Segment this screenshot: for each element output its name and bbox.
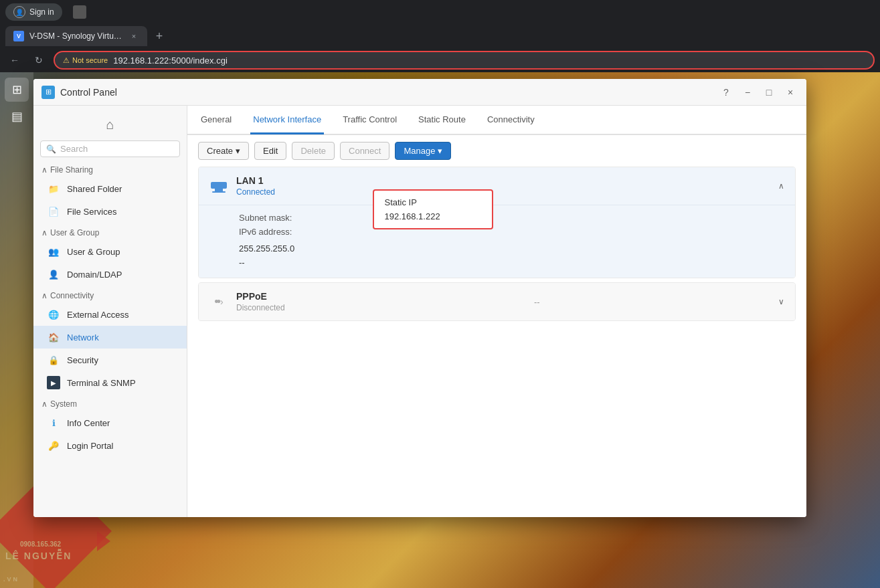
- tab-close-button[interactable]: ×: [128, 31, 139, 41]
- cp-body: ⌂ 🔍 Search ∧ File Sharing 📁 Shared Folde…: [33, 106, 806, 517]
- tab-network-interface[interactable]: Network Interface: [250, 106, 324, 134]
- system-section-label: System: [50, 399, 77, 409]
- create-dropdown-icon: ▾: [236, 146, 240, 156]
- lan1-header[interactable]: LAN 1 Connected ∧: [199, 167, 795, 205]
- manage-button[interactable]: Manage ▾: [395, 142, 451, 160]
- home-icon: ⌂: [106, 117, 114, 132]
- sidebar-item-shared-folder[interactable]: 📁 Shared Folder: [33, 177, 187, 200]
- main-content: General Network Interface Traffic Contro…: [187, 106, 806, 517]
- tab-connectivity[interactable]: Connectivity: [485, 106, 537, 134]
- active-browser-tab[interactable]: V V-DSM - Synology VirtualDSM ×: [5, 26, 147, 46]
- domain-ldap-icon: 👤: [47, 268, 60, 281]
- lan1-labels: Subnet mask: IPv6 address:: [239, 211, 292, 239]
- pppoe-icon-arrow: ›: [220, 296, 224, 307]
- address-text: 192.168.1.222:5000/index.cgi: [113, 56, 228, 66]
- external-access-label: External Access: [67, 310, 129, 320]
- tab-general-label: General: [201, 114, 232, 124]
- ipv6-label: IPv6 address:: [239, 225, 292, 239]
- user-group-section-header[interactable]: ∧ User & Group: [33, 223, 187, 240]
- manage-dropdown-icon: ▾: [438, 146, 442, 156]
- pppoe-name: PPPoE: [236, 291, 472, 302]
- cp-maximize-button[interactable]: □: [761, 84, 777, 100]
- tab-title: V-DSM - Synology VirtualDSM: [29, 31, 123, 41]
- file-sharing-chevron-icon: ∧: [41, 165, 48, 175]
- sidebar-item-domain-ldap[interactable]: 👤 Domain/LDAP: [33, 263, 187, 286]
- svg-rect-1: [215, 189, 223, 191]
- avatar-icon: 👤: [13, 6, 25, 18]
- create-label: Create: [207, 146, 233, 156]
- tab-traffic-control[interactable]: Traffic Control: [340, 106, 400, 134]
- lan1-expand-icon: ∧: [778, 181, 784, 191]
- toolbar: Create ▾ Edit Delete Connect Manage ▾: [187, 135, 806, 167]
- delete-label: Delete: [300, 146, 326, 156]
- terminal-snmp-icon: ▶: [47, 376, 60, 389]
- sidebar-item-user-group[interactable]: 👥 User & Group: [33, 240, 187, 263]
- tab-favicon: V: [13, 31, 24, 41]
- connectivity-section-label: Connectivity: [50, 291, 94, 300]
- tab-traffic-control-label: Traffic Control: [343, 114, 397, 124]
- tab-bar: V V-DSM - Synology VirtualDSM × +: [0, 24, 880, 48]
- extensions-icon: [73, 5, 86, 19]
- connectivity-section-header[interactable]: ∧ Connectivity: [33, 286, 187, 303]
- tab-static-route[interactable]: Static Route: [416, 106, 468, 134]
- sidebar-item-security[interactable]: 🔒 Security: [33, 349, 187, 371]
- back-button[interactable]: ←: [5, 51, 24, 70]
- subnet-mask-label: Subnet mask:: [239, 211, 292, 225]
- pppoe-icon-dots: ••: [214, 295, 219, 309]
- refresh-button[interactable]: ↻: [29, 51, 48, 70]
- create-button[interactable]: Create ▾: [198, 142, 249, 160]
- pppoe-info: PPPoE Disconnected: [236, 291, 472, 312]
- user-group-icon: 👥: [47, 245, 60, 258]
- system-chevron-icon: ∧: [41, 399, 48, 409]
- delete-button[interactable]: Delete: [292, 142, 335, 160]
- cp-app-icon: ⊞: [41, 86, 55, 99]
- control-panel-window: ⊞ Control Panel ? − □ × ⌂ 🔍 Search ∧ Fil…: [33, 79, 806, 517]
- shared-folder-icon: 📁: [47, 182, 60, 195]
- network-list: LAN 1 Connected ∧: [187, 167, 806, 517]
- pppoe-expand-icon: ∨: [778, 297, 784, 306]
- cp-title: Control Panel: [60, 87, 713, 98]
- pppoe-ip: --: [480, 297, 770, 307]
- sidebar-item-login-portal[interactable]: 🔑 Login Portal: [33, 434, 187, 457]
- cp-close-button[interactable]: ×: [782, 84, 798, 100]
- sidebar-item-file-services[interactable]: 📄 File Services: [33, 200, 187, 223]
- info-center-label: Info Center: [67, 418, 110, 428]
- edit-button[interactable]: Edit: [254, 142, 286, 160]
- info-center-icon: ℹ: [47, 416, 60, 429]
- user-group-label: User & Group: [67, 247, 120, 257]
- tab-static-route-label: Static Route: [418, 114, 466, 124]
- sidebar-item-info-center[interactable]: ℹ Info Center: [33, 411, 187, 434]
- sidebar-item-network[interactable]: 🏠 Network: [33, 326, 187, 349]
- sidebar-home-button[interactable]: ⌂: [33, 111, 187, 138]
- pppoe-header[interactable]: •• › PPPoE Disconnected -- ∨: [199, 283, 795, 320]
- sidebar-item-external-access[interactable]: 🌐 External Access: [33, 303, 187, 326]
- file-sharing-section-header[interactable]: ∧ File Sharing: [33, 160, 187, 177]
- connect-button[interactable]: Connect: [340, 142, 389, 160]
- tabs-bar: General Network Interface Traffic Contro…: [187, 106, 806, 135]
- lan1-icon: [209, 177, 228, 195]
- taskbar-icon-grid[interactable]: ⊞: [5, 78, 29, 102]
- system-section-header[interactable]: ∧ System: [33, 394, 187, 411]
- terminal-snmp-label: Terminal & SNMP: [67, 378, 136, 388]
- file-services-label: File Services: [67, 207, 116, 217]
- taskbar: ⊞ ▤: [0, 72, 33, 588]
- taskbar-icon-app[interactable]: ▤: [5, 104, 29, 128]
- connect-label: Connect: [349, 146, 381, 156]
- login-portal-icon: 🔑: [47, 439, 60, 452]
- external-access-icon: 🌐: [47, 308, 60, 321]
- cp-help-button[interactable]: ?: [718, 84, 734, 100]
- lan1-name: LAN 1: [236, 175, 499, 186]
- security-icon: 🔒: [47, 353, 60, 367]
- address-bar[interactable]: ⚠ Not secure 192.168.1.222:5000/index.cg…: [54, 51, 875, 70]
- cp-minimize-button[interactable]: −: [739, 84, 756, 100]
- domain-ldap-label: Domain/LDAP: [67, 270, 122, 280]
- svg-rect-0: [211, 182, 227, 189]
- sidebar-item-terminal-snmp[interactable]: ▶ Terminal & SNMP: [33, 371, 187, 394]
- sidebar-search[interactable]: 🔍 Search: [40, 140, 180, 157]
- lan1-ip-address: 192.168.1.222: [385, 211, 481, 221]
- new-tab-button[interactable]: +: [150, 27, 169, 45]
- pppoe-status: Disconnected: [236, 303, 472, 312]
- sign-in-button[interactable]: 👤 Sign in: [5, 3, 62, 21]
- network-icon: 🏠: [47, 330, 60, 344]
- tab-general[interactable]: General: [198, 106, 234, 134]
